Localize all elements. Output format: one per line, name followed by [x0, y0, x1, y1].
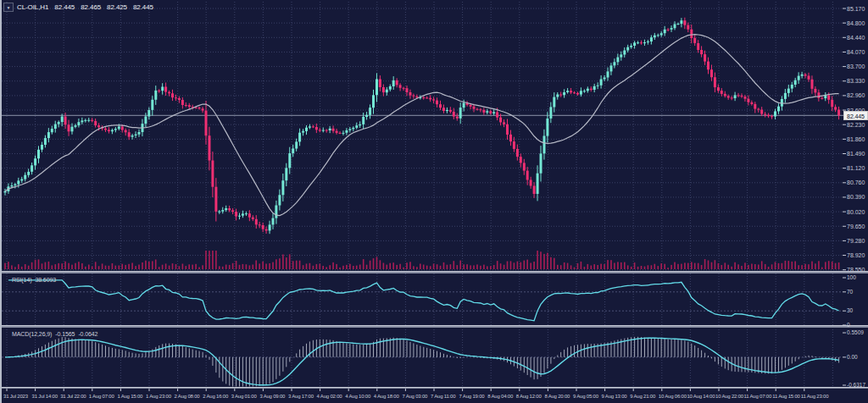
svg-text:1 Aug 15:00: 1 Aug 15:00 [117, 394, 143, 399]
svg-text:0.00: 0.00 [847, 354, 858, 360]
svg-text:80.390: 80.390 [847, 194, 865, 200]
svg-text:11 Aug 23:00: 11 Aug 23:00 [801, 394, 829, 399]
ohlc-close: 82.445 [133, 3, 153, 12]
svg-text:80.020: 80.020 [847, 209, 865, 215]
svg-text:4 Aug 02:00: 4 Aug 02:00 [317, 394, 343, 399]
svg-text:82.230: 82.230 [847, 122, 865, 128]
svg-text:7 Aug 19:00: 7 Aug 19:00 [459, 394, 486, 399]
svg-text:1 Aug 23:00: 1 Aug 23:00 [146, 394, 172, 399]
svg-text:79.280: 79.280 [847, 238, 865, 244]
svg-text:2 Aug 16:00: 2 Aug 16:00 [203, 394, 229, 399]
svg-text:83.330: 83.330 [847, 78, 865, 84]
macd-signal-value: -0.0642 [78, 331, 97, 337]
svg-text:8 Aug 20:00: 8 Aug 20:00 [544, 394, 570, 399]
svg-text:4 Aug 10:00: 4 Aug 10:00 [345, 394, 371, 399]
svg-text:31 Jul 22:00: 31 Jul 22:00 [60, 394, 86, 399]
svg-text:81.490: 81.490 [847, 151, 865, 157]
macd-name: MACD(12,26,9) [12, 331, 52, 337]
macd-indicator-label: MACD(12,26,9)-0.1565-0.0642 [12, 330, 101, 339]
chart-window: 85.17084.80084.44084.07083.70083.33082.9… [0, 0, 868, 403]
left-edge-strip [0, 0, 2, 403]
svg-text:1 Aug 07:00: 1 Aug 07:00 [89, 394, 115, 399]
svg-text:30: 30 [847, 307, 854, 313]
svg-text:81.860: 81.860 [847, 136, 865, 142]
svg-text:9 Aug 13:00: 9 Aug 13:00 [602, 394, 628, 399]
rsi-value: 38.6093 [35, 277, 56, 283]
svg-text:8 Aug 04:00: 8 Aug 04:00 [487, 394, 514, 399]
svg-text:78.920: 78.920 [847, 252, 865, 258]
ohlc-high: 82.465 [81, 3, 101, 12]
svg-text:100: 100 [847, 274, 856, 280]
svg-text:79.650: 79.650 [847, 224, 865, 229]
svg-text:80.760: 80.760 [847, 179, 865, 185]
svg-text:3 Aug 17:00: 3 Aug 17:00 [288, 394, 314, 399]
rsi-indicator-label: RSI(14)38.6093 [12, 276, 59, 284]
svg-text:0.5509: 0.5509 [847, 329, 864, 335]
svg-text:31 Jul 14:00: 31 Jul 14:00 [32, 394, 58, 399]
symbol-title-bar: ▼ CL-OIL,H1 82.445 82.465 82.425 82.445 [3, 3, 153, 12]
symbol-label: CL-OIL,H1 [17, 3, 48, 12]
rsi-name: RSI(14) [12, 277, 31, 283]
svg-text:4 Aug 18:00: 4 Aug 18:00 [374, 394, 400, 399]
svg-text:11 Aug 15:00: 11 Aug 15:00 [772, 394, 800, 399]
svg-text:7 Aug 11:00: 7 Aug 11:00 [431, 394, 456, 399]
svg-text:84.800: 84.800 [847, 20, 865, 26]
current-price-tag: 82.445 [843, 111, 868, 120]
ohlc-open: 82.445 [54, 3, 75, 12]
chart-canvas[interactable]: 85.17084.80084.44084.07083.70083.33082.9… [0, 0, 868, 403]
svg-text:85.170: 85.170 [847, 6, 865, 12]
svg-text:0: 0 [847, 322, 850, 328]
svg-text:3 Aug 01:00: 3 Aug 01:00 [231, 394, 258, 399]
svg-text:83.700: 83.700 [847, 63, 865, 69]
svg-text:9 Aug 05:00: 9 Aug 05:00 [573, 394, 599, 399]
svg-text:3 Aug 09:00: 3 Aug 09:00 [259, 394, 286, 399]
svg-text:84.070: 84.070 [847, 49, 865, 55]
svg-text:9 Aug 21:00: 9 Aug 21:00 [630, 394, 656, 399]
svg-text:10 Aug 06:00: 10 Aug 06:00 [659, 394, 687, 399]
svg-text:-0.6317: -0.6317 [847, 382, 865, 388]
svg-text:81.120: 81.120 [847, 165, 865, 171]
chevron-down-icon: ▼ [7, 3, 11, 12]
svg-text:2 Aug 08:00: 2 Aug 08:00 [175, 394, 201, 399]
svg-text:70: 70 [847, 289, 854, 295]
svg-text:8 Aug 12:00: 8 Aug 12:00 [516, 394, 542, 399]
svg-text:84.440: 84.440 [847, 35, 865, 41]
svg-text:31 Jul 2023: 31 Jul 2023 [3, 394, 29, 399]
svg-text:82.960: 82.960 [847, 92, 865, 98]
svg-text:7 Aug 03:00: 7 Aug 03:00 [402, 394, 428, 399]
svg-text:10 Aug 22:00: 10 Aug 22:00 [715, 394, 744, 399]
svg-text:10 Aug 14:00: 10 Aug 14:00 [687, 394, 715, 399]
svg-text:78.550: 78.550 [847, 267, 865, 273]
macd-main-value: -0.1565 [55, 331, 75, 337]
svg-text:11 Aug 07:00: 11 Aug 07:00 [744, 394, 772, 399]
symbol-dropdown-button[interactable]: ▼ [3, 3, 14, 12]
ohlc-low: 82.425 [107, 3, 127, 12]
